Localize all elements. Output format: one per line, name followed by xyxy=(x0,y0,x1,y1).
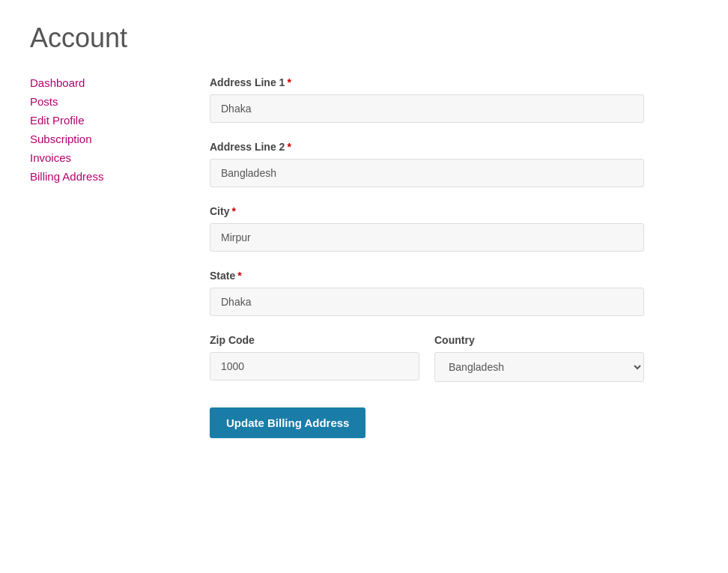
sidebar-item-edit-profile[interactable]: Edit Profile xyxy=(30,114,180,127)
sidebar-item-dashboard[interactable]: Dashboard xyxy=(30,76,180,89)
sidebar: Dashboard Posts Edit Profile Subscriptio… xyxy=(30,76,180,438)
country-select[interactable]: Bangladesh India USA UK Canada xyxy=(434,352,644,382)
required-star-4: * xyxy=(237,270,241,282)
page-wrapper: Account Dashboard Posts Edit Profile Sub… xyxy=(0,0,728,461)
address-line-1-input[interactable] xyxy=(210,94,644,123)
main-content: Address Line 1* Address Line 2* City* xyxy=(210,76,644,438)
sidebar-nav: Dashboard Posts Edit Profile Subscriptio… xyxy=(30,76,180,183)
address-line-1-label: Address Line 1* xyxy=(210,76,644,88)
address-line-2-group: Address Line 2* xyxy=(210,141,644,187)
sidebar-item-posts[interactable]: Posts xyxy=(30,95,180,108)
zip-code-input[interactable] xyxy=(210,352,419,381)
billing-address-form: Address Line 1* Address Line 2* City* xyxy=(210,76,644,438)
update-billing-address-button[interactable]: Update Billing Address xyxy=(210,407,365,438)
country-label: Country xyxy=(434,334,644,346)
city-label: City* xyxy=(210,205,644,217)
required-star-3: * xyxy=(231,205,235,217)
city-input[interactable] xyxy=(210,223,644,252)
required-star-1: * xyxy=(287,76,291,88)
zip-code-label: Zip Code xyxy=(210,334,419,346)
state-label: State* xyxy=(210,270,644,282)
content-layout: Dashboard Posts Edit Profile Subscriptio… xyxy=(30,76,698,438)
address-line-2-label: Address Line 2* xyxy=(210,141,644,153)
sidebar-item-subscription[interactable]: Subscription xyxy=(30,133,180,145)
sidebar-item-invoices[interactable]: Invoices xyxy=(30,151,180,164)
zip-country-row: Zip Code Country Bangladesh India USA UK… xyxy=(210,334,644,400)
country-group: Country Bangladesh India USA UK Canada xyxy=(434,334,644,382)
state-group: State* xyxy=(210,270,644,316)
zip-code-group: Zip Code xyxy=(210,334,419,381)
sidebar-item-billing-address[interactable]: Billing Address xyxy=(30,170,180,183)
page-title: Account xyxy=(30,22,698,54)
state-input[interactable] xyxy=(210,288,644,316)
address-line-1-group: Address Line 1* xyxy=(210,76,644,123)
city-group: City* xyxy=(210,205,644,252)
address-line-2-input[interactable] xyxy=(210,159,644,187)
required-star-2: * xyxy=(287,141,291,153)
